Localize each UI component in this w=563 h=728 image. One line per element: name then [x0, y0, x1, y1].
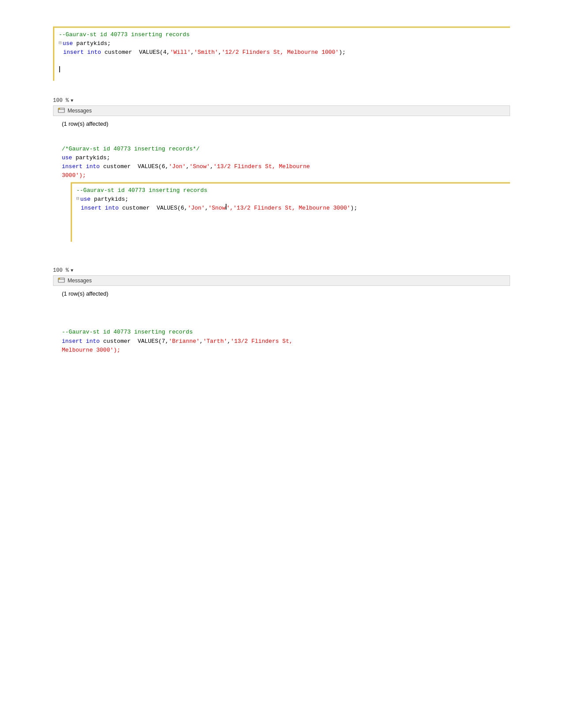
- code-line-use-1: ⊟ use partykids;: [59, 39, 510, 48]
- popup-blank-2c: [76, 230, 506, 239]
- table-2: customer: [100, 162, 131, 171]
- messages-icon-1: [58, 107, 65, 114]
- str-snow: 'Snow': [189, 162, 210, 171]
- editor-block-1: --Gaurav-st id 40773 inserting records ⊟…: [53, 26, 510, 81]
- spacer-3: [0, 242, 563, 255]
- messages-bar-1[interactable]: Messages: [53, 105, 510, 116]
- popup-blank-2: [76, 213, 506, 221]
- code-line-insert-2: insert into customer VALUES(6, 'Jon' , '…: [62, 162, 510, 171]
- str-addr-3: '13/2 Flinders St,: [230, 337, 292, 346]
- comma1-2: ,: [186, 162, 189, 171]
- plain-code-block-3: --Gaurav-st id 40773 inserting records i…: [62, 328, 510, 354]
- code-line-comment-2: /*Gaurav-st id 40773 inserting records*/: [62, 145, 510, 154]
- code-line-comment-3: --Gaurav-st id 40773 inserting records: [62, 328, 510, 337]
- svg-rect-2: [58, 108, 60, 109]
- popup-db-2: partykids;: [91, 195, 128, 204]
- popup-content-2: --Gaurav-st id 40773 inserting records ⊟…: [71, 184, 510, 242]
- zoom-bar-2: 100 % ▼: [53, 266, 510, 275]
- editor-content-1: --Gaurav-st id 40773 inserting records ⊟…: [53, 28, 510, 81]
- str-jon: 'Jon': [169, 162, 186, 171]
- popup-comment-2: --Gaurav-st id 40773 inserting records: [76, 186, 506, 195]
- kw-insert-3: insert into: [62, 337, 100, 346]
- popup-editor-2: --Gaurav-st id 40773 inserting records ⊟…: [71, 182, 510, 242]
- zoom-percent-1: 100 %: [53, 98, 69, 104]
- popup-insert-2: insert into customer VALUES(6, 'Jon' , '…: [76, 204, 506, 213]
- popup-table-2: customer: [119, 204, 150, 213]
- popup-kw-use-2: use: [80, 195, 91, 204]
- str-will: 'Will': [170, 48, 191, 57]
- popup-end-2: );: [351, 204, 358, 213]
- popup-str-snow-partial: 'Snow: [208, 204, 226, 213]
- messages-icon-2: [58, 277, 65, 284]
- popup-str-jon-2: 'Jon': [188, 204, 205, 213]
- str-addr-2: '13/2 Flinders St, Melbourne: [213, 162, 310, 171]
- cursor-line-1: [59, 66, 510, 72]
- table-1: customer: [101, 48, 132, 57]
- comma1-3: ,: [200, 337, 203, 346]
- popup-minus-2: ⊟: [76, 195, 79, 203]
- code-line-comment-1: --Gaurav-st id 40773 inserting records: [59, 30, 510, 39]
- messages-bar-2[interactable]: Messages: [53, 275, 510, 286]
- popup-comma1-2: ,: [205, 204, 208, 213]
- popup-values-2: VALUES(6,: [150, 204, 188, 213]
- spacer-4: [0, 297, 563, 310]
- popup-blank-2b: [76, 221, 506, 230]
- spacer-3b: [0, 255, 563, 264]
- str-addr-1: '12/2 Flinders St, Melbourne 1000': [222, 48, 339, 57]
- str-addr-wrap-3: Melbourne 3000');: [62, 346, 121, 355]
- comma2-3: ,: [227, 337, 231, 346]
- zoom-arrow-1[interactable]: ▼: [71, 98, 73, 103]
- str-smith: 'Smith': [194, 48, 219, 57]
- comma1-1: ,: [191, 48, 194, 57]
- values-1: VALUES(4,: [132, 48, 170, 57]
- spacer-1: [0, 81, 563, 94]
- messages-label-1: Messages: [68, 108, 92, 114]
- code-line-use-2: use partykids;: [62, 154, 510, 162]
- code-line-insert-1: insert into customer VALUES(4, 'Will' , …: [59, 48, 510, 57]
- code-line-wrap-2: 3000');: [62, 171, 510, 180]
- zoom-percent-2: 100 %: [53, 267, 69, 274]
- page-container: --Gaurav-st id 40773 inserting records ⊟…: [0, 0, 563, 381]
- kw-insert-1: insert into: [63, 48, 101, 57]
- comma2-1: ,: [218, 48, 222, 57]
- comment-text-3: --Gaurav-st id 40773 inserting records: [62, 328, 193, 337]
- spacer-4b: [0, 310, 563, 319]
- svg-rect-5: [58, 278, 60, 279]
- zoom-bar-1: 100 % ▼: [53, 96, 510, 105]
- cursor-1: [59, 66, 60, 72]
- popup-comment-text-2: --Gaurav-st id 40773 inserting records: [76, 186, 207, 195]
- table-3: customer: [100, 337, 131, 346]
- spacer-2: [0, 127, 563, 136]
- str-addr-wrap-2: 3000');: [62, 171, 86, 180]
- comment-text-2: /*Gaurav-st id 40773 inserting records*/: [62, 145, 200, 154]
- popup-str-rest-2: ','13/2 Flinders St, Melbourne 3000': [227, 204, 351, 213]
- messages-label-2: Messages: [68, 278, 92, 284]
- plain-code-block-2: /*Gaurav-st id 40773 inserting records*/…: [62, 145, 510, 180]
- kw-use-2: use: [62, 154, 72, 162]
- end-1: );: [339, 48, 346, 57]
- db-name-2: partykids;: [72, 154, 110, 162]
- popup-kw-insert-2: insert into: [81, 204, 119, 213]
- db-name-1: partykids;: [73, 39, 111, 48]
- result-text-2: (1 row(s) affected): [62, 290, 510, 297]
- str-tarth: 'Tarth': [203, 337, 227, 346]
- result-text-1: (1 row(s) affected): [62, 120, 510, 127]
- code-line-blank-1: [59, 57, 510, 66]
- kw-use-1: use: [63, 39, 73, 48]
- code-line-wrap-3: Melbourne 3000');: [62, 346, 510, 355]
- str-brianne: 'Brianne': [169, 337, 200, 346]
- zoom-arrow-2[interactable]: ▼: [71, 268, 73, 273]
- comment-text-1: --Gaurav-st id 40773 inserting records: [59, 30, 189, 39]
- values-3: VALUES(7,: [131, 337, 169, 346]
- minus-icon-1: ⊟: [59, 39, 62, 47]
- values-2: VALUES(6,: [131, 162, 169, 171]
- kw-insert-2: insert into: [62, 162, 100, 171]
- code-line-insert-3: insert into customer VALUES(7, 'Brianne'…: [62, 337, 510, 346]
- popup-use-2: ⊟ use partykids;: [76, 195, 506, 204]
- comma2-2: ,: [210, 162, 214, 171]
